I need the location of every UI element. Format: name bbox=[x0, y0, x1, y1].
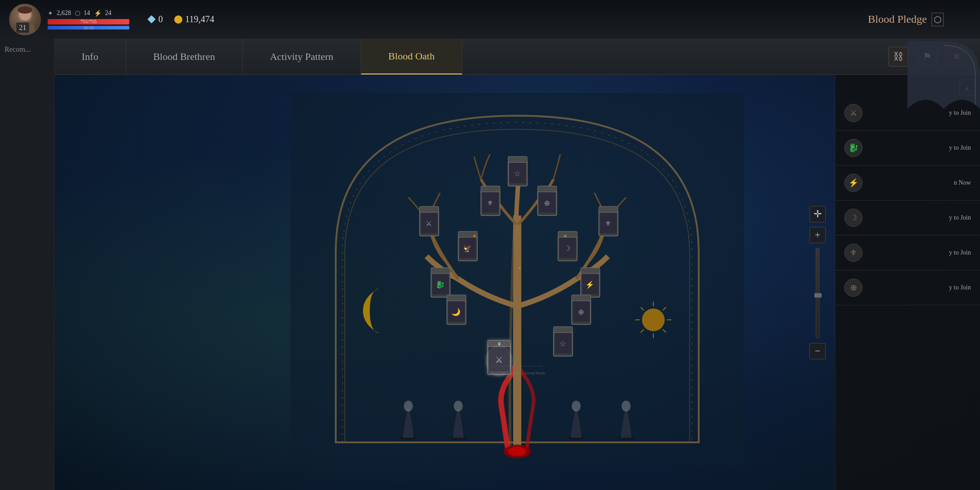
boot-icon: ⚡ bbox=[94, 10, 102, 17]
blood-pledge-button[interactable]: Blood Pledge ⬡ bbox=[868, 13, 944, 26]
top-hud: 21 ✦ 2,628 ⬡ 14 ⚡ 24 755/755 56/56 0 bbox=[0, 0, 980, 39]
tab-bar: Info Blood Brethren Activity Pattern Blo… bbox=[54, 39, 980, 75]
zoom-minus-button[interactable]: − bbox=[809, 343, 826, 359]
recommend-text: Recom... bbox=[0, 39, 54, 60]
guild-avatar-5: ⚜ bbox=[844, 244, 862, 262]
svg-text:☆: ☆ bbox=[514, 170, 520, 177]
sidebar-join-5: ⚜ y to Join bbox=[835, 235, 980, 270]
guild-avatar-3: ⚡ bbox=[844, 174, 862, 192]
svg-rect-49 bbox=[508, 157, 527, 162]
sidebar-join-3: ⚡ n Now bbox=[835, 166, 980, 201]
svg-text:☆: ☆ bbox=[559, 340, 566, 348]
zoom-plus-icon: + bbox=[815, 229, 820, 241]
blood-pledge-label: Blood Pledge bbox=[868, 13, 927, 25]
svg-rect-29 bbox=[581, 268, 600, 274]
sidebar-join-4: ☽ y to Join bbox=[835, 201, 980, 235]
svg-text:Blood Oath Registry — Eternal : Blood Oath Registry — Eternal Bonds bbox=[489, 371, 545, 375]
zoom-plus-button[interactable]: + bbox=[809, 227, 826, 243]
sidebar-join-2: 🐉 y to Join bbox=[835, 131, 980, 166]
svg-text:🦅: 🦅 bbox=[463, 244, 472, 253]
join-button-1[interactable]: y to Join bbox=[949, 109, 971, 117]
close-icon-button[interactable]: ✕ bbox=[946, 47, 966, 67]
flag-icon: ⚑ bbox=[923, 51, 932, 63]
join-button-3[interactable]: n Now bbox=[954, 179, 971, 186]
guild-avatar-2: 🐉 bbox=[844, 139, 862, 157]
avatar-container: 21 bbox=[9, 4, 41, 35]
stats-bars: ✦ 2,628 ⬡ 14 ⚡ 24 755/755 56/56 bbox=[48, 10, 129, 29]
svg-rect-41 bbox=[481, 186, 500, 192]
zoom-controls: ✛ + − bbox=[809, 206, 826, 359]
back-arrow-button[interactable]: ‹ bbox=[959, 79, 975, 96]
svg-text:~ ~ ~ ~ ~ ~ ~ ~ ~ ~ ~ ~ ~ ~ ~ : ~ ~ ~ ~ ~ ~ ~ ~ ~ ~ ~ ~ ~ ~ ~ ~ bbox=[492, 364, 543, 368]
svg-rect-45 bbox=[538, 186, 557, 192]
svg-rect-53 bbox=[420, 206, 439, 212]
join-button-2[interactable]: y to Join bbox=[949, 144, 971, 152]
sword-icon: ✦ bbox=[48, 10, 53, 17]
sword-val: 2,628 bbox=[57, 10, 71, 17]
tab-icons: ⛓ ⚑ ✕ bbox=[888, 39, 980, 74]
zoom-move-button[interactable]: ✛ bbox=[809, 206, 826, 222]
svg-point-73 bbox=[454, 401, 463, 412]
tree-container: ⚔ ♛ 🐉 bbox=[268, 79, 767, 488]
svg-text:⚜: ⚜ bbox=[605, 220, 611, 227]
gold-amount: 119,474 bbox=[185, 14, 214, 24]
stat-row: ✦ 2,628 ⬡ 14 ⚡ 24 bbox=[48, 10, 129, 17]
svg-text:☽: ☽ bbox=[564, 245, 570, 252]
back-arrow-icon: ‹ bbox=[965, 82, 969, 94]
svg-rect-65 bbox=[572, 295, 591, 301]
svg-point-7 bbox=[642, 309, 665, 331]
join-button-6[interactable]: y to Join bbox=[949, 284, 971, 291]
svg-text:⚡: ⚡ bbox=[585, 280, 594, 289]
hp-bar-bg: 755/755 bbox=[48, 19, 129, 24]
zoom-slider[interactable] bbox=[816, 248, 819, 338]
sidebar-join-1: ⚔ y to Join bbox=[835, 96, 980, 131]
hp-bar: 755/755 56/56 bbox=[48, 19, 129, 29]
guild-avatar-1: ⚔ bbox=[844, 104, 862, 122]
svg-rect-57 bbox=[599, 206, 618, 212]
zoom-minus-icon: − bbox=[815, 345, 820, 357]
link-icon-button[interactable]: ⛓ bbox=[888, 47, 908, 67]
currency-area: 0 119,474 bbox=[147, 14, 214, 24]
svg-point-77 bbox=[622, 401, 631, 412]
svg-rect-61 bbox=[447, 295, 466, 301]
svg-text:⊕: ⊕ bbox=[578, 308, 584, 316]
mp-text: 56/56 bbox=[48, 25, 129, 30]
svg-point-3 bbox=[18, 6, 32, 14]
svg-rect-69 bbox=[554, 327, 573, 333]
close-icon: ✕ bbox=[952, 51, 960, 63]
diamond-icon bbox=[147, 15, 156, 24]
tab-blood-oath[interactable]: Blood Oath bbox=[361, 39, 462, 74]
svg-text:✦: ✦ bbox=[472, 233, 477, 240]
diamond-currency: 0 bbox=[147, 14, 163, 24]
svg-text:⚔: ⚔ bbox=[426, 220, 432, 227]
shield-icon: ⬡ bbox=[75, 10, 80, 17]
svg-text:🌙: 🌙 bbox=[451, 308, 461, 316]
svg-rect-25 bbox=[431, 268, 450, 274]
hp-text: 755/755 bbox=[48, 19, 129, 24]
zoom-thumb[interactable] bbox=[814, 293, 822, 298]
content-area: ⚔ ♛ 🐉 bbox=[54, 75, 980, 490]
svg-point-75 bbox=[572, 401, 581, 412]
flag-icon-button[interactable]: ⚑ bbox=[917, 47, 937, 67]
link-icon: ⛓ bbox=[893, 51, 903, 63]
right-sidebar: ‹ ⚔ y to Join 🐉 y to Join ⚡ n Now ☽ y to… bbox=[835, 75, 980, 490]
guild-avatar-6: ⊕ bbox=[844, 279, 862, 297]
svg-text:✦: ✦ bbox=[517, 265, 522, 271]
blood-oath-background: ⚔ ♛ 🐉 bbox=[54, 75, 980, 490]
svg-text:⚜: ⚜ bbox=[487, 199, 493, 207]
svg-text:🐉: 🐉 bbox=[436, 280, 445, 289]
tab-blood-brethren[interactable]: Blood Brethren bbox=[126, 39, 243, 74]
level-badge: 21 bbox=[16, 22, 29, 33]
join-button-4[interactable]: y to Join bbox=[949, 214, 971, 221]
zoom-move-icon: ✛ bbox=[813, 208, 822, 220]
tab-activity-pattern[interactable]: Activity Pattern bbox=[243, 39, 361, 74]
mp-bar-bg: 56/56 bbox=[48, 26, 129, 29]
blood-pledge-icon: ⬡ bbox=[931, 13, 944, 26]
svg-point-6 bbox=[508, 447, 526, 456]
join-button-5[interactable]: y to Join bbox=[949, 249, 971, 256]
main-panel: Info Blood Brethren Activity Pattern Blo… bbox=[54, 39, 980, 490]
gold-icon bbox=[174, 15, 182, 24]
sidebar-join-6: ⊕ y to Join bbox=[835, 270, 980, 305]
tab-info[interactable]: Info bbox=[54, 39, 126, 74]
gold-currency: 119,474 bbox=[174, 14, 214, 24]
